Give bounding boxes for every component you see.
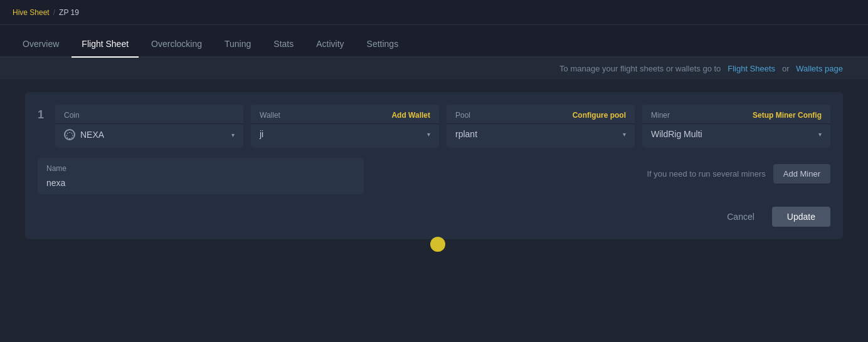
wallet-value: ji [260, 129, 263, 139]
add-miner-hint: If you need to run several miners [647, 169, 765, 179]
pool-select[interactable]: rplant ▾ [455, 128, 626, 140]
or-text: or [782, 64, 790, 73]
update-button[interactable]: Update [772, 207, 830, 227]
breadcrumb-sep: / [53, 8, 55, 17]
coin-value: NEXA [80, 130, 104, 140]
breadcrumb-link[interactable]: Hive Sheet [13, 8, 50, 17]
action-row: Cancel Update [38, 207, 830, 227]
coin-group: Coin ◌ NEXA ▾ [55, 105, 243, 148]
miner-header: Miner Setup Miner Config [651, 111, 822, 120]
coin-select-value: ◌ NEXA [64, 129, 228, 140]
cancel-button[interactable]: Cancel [717, 207, 765, 227]
tab-tuning[interactable]: Tuning [214, 31, 261, 58]
add-miner-button[interactable]: Add Miner [773, 164, 830, 184]
info-bar: To manage your flight sheets or wallets … [0, 58, 868, 80]
flight-sheet-card: 1 Coin ◌ NEXA ▾ Wallet [25, 92, 843, 239]
wallet-select-value: ji [260, 129, 423, 139]
miner-group: Miner Setup Miner Config WildRig Multi ▾ [642, 105, 830, 148]
bottom-section: Name nexa If you need to run several min… [38, 158, 830, 194]
info-text: To manage your flight sheets or wallets … [559, 64, 721, 73]
tab-navigation: Overview Flight Sheet Overclocking Tunin… [0, 25, 868, 58]
miner-select-value: WildRig Multi [651, 129, 815, 139]
configure-pool-link[interactable]: Configure pool [573, 111, 626, 120]
wallet-chevron-icon: ▾ [427, 131, 430, 138]
tab-activity[interactable]: Activity [306, 31, 354, 58]
wallet-header: Wallet Add Wallet [260, 111, 430, 120]
coin-header: Coin [64, 111, 235, 120]
coin-chevron-icon: ▾ [231, 132, 235, 138]
tab-overview[interactable]: Overview [13, 31, 69, 58]
miner-divider [642, 123, 830, 124]
coin-icon: ◌ [64, 129, 75, 140]
tab-stats[interactable]: Stats [263, 31, 304, 58]
breadcrumb: Hive Sheet / ZP 19 [13, 8, 79, 17]
pool-divider [447, 123, 635, 124]
coin-select[interactable]: ◌ NEXA ▾ [64, 128, 235, 142]
add-wallet-link[interactable]: Add Wallet [391, 111, 430, 120]
wallet-select[interactable]: ji ▾ [260, 128, 430, 140]
miner-select[interactable]: WildRig Multi ▾ [651, 128, 822, 140]
pool-group: Pool Configure pool rplant ▾ [447, 105, 635, 148]
top-bar: Hive Sheet / ZP 19 [0, 0, 868, 25]
pool-label: Pool [455, 111, 470, 120]
wallet-label: Wallet [260, 111, 280, 120]
wallets-link[interactable]: Wallets page [796, 64, 843, 73]
tab-overclocking[interactable]: Overclocking [141, 31, 212, 58]
name-value: nexa [46, 178, 355, 188]
wallet-group: Wallet Add Wallet ji ▾ [251, 105, 439, 148]
main-content: 1 Coin ◌ NEXA ▾ Wallet [0, 80, 868, 252]
config-row: 1 Coin ◌ NEXA ▾ Wallet [38, 105, 830, 148]
miner-value: WildRig Multi [651, 129, 702, 139]
tab-flight-sheet[interactable]: Flight Sheet [71, 31, 139, 58]
row-number: 1 [38, 105, 48, 148]
wallet-divider [251, 123, 439, 124]
setup-miner-link[interactable]: Setup Miner Config [753, 111, 822, 120]
flight-sheets-link[interactable]: Flight Sheets [728, 64, 775, 73]
miner-chevron-icon: ▾ [818, 131, 822, 138]
name-group: Name nexa [38, 158, 364, 194]
tab-settings[interactable]: Settings [357, 31, 409, 58]
coin-label: Coin [64, 111, 80, 120]
pool-header: Pool Configure pool [455, 111, 626, 120]
rig-id: ZP 19 [59, 8, 79, 17]
miner-label: Miner [651, 111, 670, 120]
pool-select-value: rplant [455, 129, 619, 139]
pool-chevron-icon: ▾ [623, 131, 626, 138]
bottom-right: If you need to run several miners Add Mi… [371, 158, 830, 184]
pool-value: rplant [455, 129, 477, 139]
name-label: Name [46, 164, 355, 173]
coin-divider [55, 123, 243, 124]
